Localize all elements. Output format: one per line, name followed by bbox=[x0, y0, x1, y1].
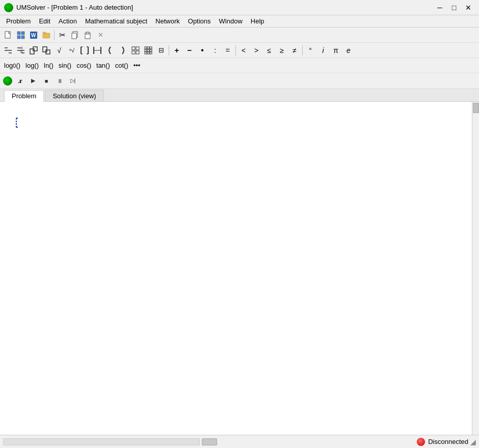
svg-rect-23 bbox=[43, 47, 47, 52]
title-bar: UMSolver - [Problem 1 - Auto detection] … bbox=[0, 0, 479, 15]
connection-status: Disconnected bbox=[417, 438, 468, 446]
integral-button[interactable]: ba bbox=[15, 44, 27, 57]
cursor-area bbox=[15, 117, 23, 130]
tan-button[interactable]: tan() bbox=[94, 60, 112, 72]
copy-button[interactable] bbox=[69, 29, 81, 41]
sep2 bbox=[169, 45, 169, 55]
menu-edit[interactable]: Edit bbox=[35, 16, 54, 26]
svg-rect-37 bbox=[136, 51, 139, 54]
menu-mathematical-subject[interactable]: Mathematical subject bbox=[81, 16, 151, 26]
stop-button[interactable]: ■ bbox=[41, 75, 52, 87]
angle-button[interactable]: ⊟ bbox=[155, 44, 167, 57]
scroll-thumb[interactable] bbox=[202, 438, 217, 445]
toolbar-separator bbox=[54, 30, 55, 40]
problem-content[interactable] bbox=[0, 102, 479, 435]
svg-rect-46 bbox=[150, 52, 152, 54]
matrix1-button[interactable] bbox=[78, 44, 91, 57]
ln-button[interactable]: ln() bbox=[42, 60, 56, 72]
plus-button[interactable]: + bbox=[171, 44, 183, 57]
grid3-button[interactable] bbox=[142, 44, 154, 57]
tab-bar: Problem Solution (view) bbox=[0, 89, 479, 102]
window-title: UMSolver - [Problem 1 - Auto detection] bbox=[16, 4, 433, 11]
menu-action[interactable]: Action bbox=[55, 16, 81, 26]
menu-help[interactable]: Help bbox=[247, 16, 269, 26]
variable-button[interactable]: 𝑥 bbox=[14, 75, 25, 87]
status-indicator bbox=[3, 76, 12, 86]
menu-options[interactable]: Options bbox=[184, 16, 215, 26]
svg-rect-12 bbox=[86, 32, 89, 34]
more-functions-button[interactable]: ••• bbox=[131, 60, 143, 72]
minus-button[interactable]: − bbox=[183, 44, 196, 57]
svg-rect-35 bbox=[136, 47, 139, 50]
sup-button[interactable] bbox=[28, 44, 40, 57]
svg-rect-4 bbox=[21, 36, 24, 39]
svg-text:b: b bbox=[20, 49, 23, 54]
le-button[interactable]: ≤ bbox=[263, 44, 275, 57]
tab-problem[interactable]: Problem bbox=[4, 90, 44, 102]
equals-button[interactable]: = bbox=[222, 44, 234, 57]
pause-button[interactable]: ⏸ bbox=[54, 75, 65, 87]
svg-rect-10 bbox=[72, 33, 76, 39]
svg-rect-36 bbox=[132, 51, 135, 54]
matrix2-button[interactable] bbox=[91, 44, 103, 57]
menu-window[interactable]: Window bbox=[215, 16, 247, 26]
word-button[interactable]: W bbox=[28, 29, 40, 41]
main-area: Problem Solution (view) bbox=[0, 89, 479, 435]
nthroot-button[interactable]: ⁿ√ bbox=[66, 44, 78, 57]
sep4 bbox=[302, 45, 303, 55]
paste-button[interactable] bbox=[82, 29, 94, 41]
svg-rect-34 bbox=[132, 47, 135, 50]
svg-rect-39 bbox=[147, 47, 149, 49]
minimize-button[interactable]: ─ bbox=[433, 2, 446, 13]
gt-button[interactable]: > bbox=[250, 44, 262, 57]
degree-button[interactable]: ° bbox=[304, 44, 316, 57]
svg-rect-2 bbox=[21, 32, 24, 35]
svg-rect-42 bbox=[147, 49, 149, 51]
paren-r-button[interactable] bbox=[117, 44, 129, 57]
sqrt-button[interactable]: √ bbox=[53, 44, 65, 57]
close-button[interactable]: ✕ bbox=[462, 2, 475, 13]
resize-grip[interactable]: ◢ bbox=[470, 438, 476, 446]
status-bar: Disconnected ◢ bbox=[0, 435, 479, 448]
sin-button[interactable]: sin() bbox=[57, 60, 73, 72]
tab-solution[interactable]: Solution (view) bbox=[45, 90, 103, 101]
pi-button[interactable]: π bbox=[330, 44, 342, 57]
delete-button[interactable]: ✕ bbox=[94, 29, 107, 41]
bullet-button[interactable]: • bbox=[196, 44, 208, 57]
log0-button[interactable]: log0() bbox=[2, 60, 22, 72]
vertical-scrollbar[interactable] bbox=[472, 102, 479, 435]
svg-rect-21 bbox=[30, 49, 34, 54]
svg-rect-44 bbox=[145, 52, 147, 54]
status-text: Disconnected bbox=[428, 438, 468, 445]
cos-button[interactable]: cos() bbox=[74, 60, 93, 72]
step-button[interactable]: ▷| bbox=[67, 75, 78, 87]
lt-button[interactable]: < bbox=[237, 44, 250, 57]
imaginary-button[interactable]: i bbox=[317, 44, 329, 57]
grid2-button[interactable] bbox=[129, 44, 142, 57]
svg-rect-8 bbox=[43, 32, 46, 34]
svg-rect-38 bbox=[145, 47, 147, 49]
menu-bar: Problem Edit Action Mathematical subject… bbox=[0, 15, 479, 27]
fraction-button[interactable] bbox=[2, 44, 14, 57]
colon-button[interactable]: : bbox=[209, 44, 221, 57]
play-button[interactable]: ▶ bbox=[28, 75, 39, 87]
open-button[interactable] bbox=[40, 29, 52, 41]
euler-button[interactable]: e bbox=[342, 44, 355, 57]
sub-button[interactable] bbox=[40, 44, 52, 57]
maximize-button[interactable]: □ bbox=[447, 2, 461, 13]
paren-l-button[interactable] bbox=[104, 44, 116, 57]
cut-button[interactable]: ✂ bbox=[56, 29, 68, 41]
new-button[interactable] bbox=[2, 29, 14, 41]
svg-rect-45 bbox=[147, 52, 149, 54]
ne-button[interactable]: ≠ bbox=[288, 44, 301, 57]
cot-button[interactable]: cot() bbox=[113, 60, 130, 72]
log-button[interactable]: log() bbox=[23, 60, 41, 72]
grid-button[interactable] bbox=[15, 29, 27, 41]
svg-rect-3 bbox=[17, 36, 20, 39]
trig-toolbar: log0() log() ln() sin() cos() tan() cot(… bbox=[0, 58, 479, 73]
math-symbols-toolbar: ba √ ⁿ√ ⊟ + − • : = < > ≤ ≥ ≠ ° i π e bbox=[0, 43, 479, 58]
ge-button[interactable]: ≥ bbox=[276, 44, 288, 57]
svg-rect-41 bbox=[145, 49, 147, 51]
menu-problem[interactable]: Problem bbox=[2, 16, 35, 26]
menu-network[interactable]: Network bbox=[151, 16, 184, 26]
